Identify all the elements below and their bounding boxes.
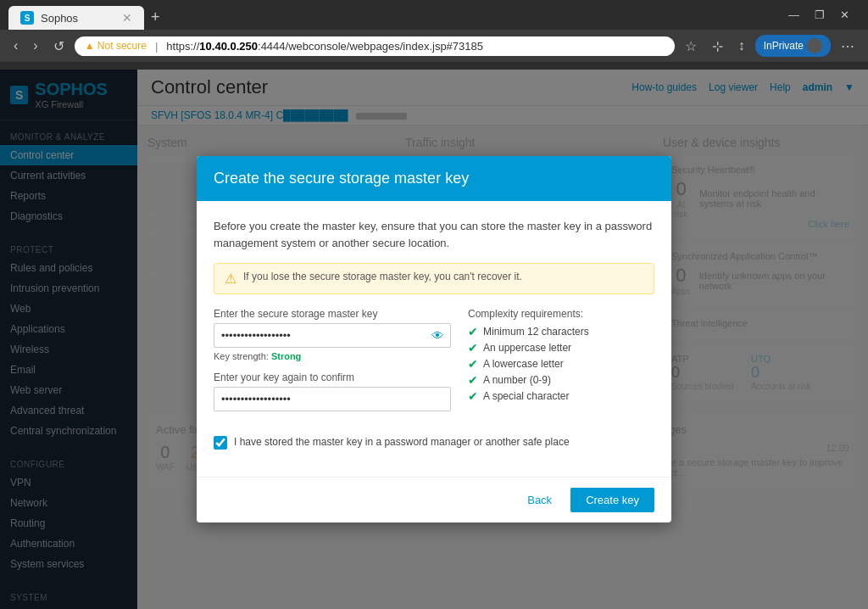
check-icon-lower: ✔ (468, 357, 478, 371)
create-key-button[interactable]: Create key (570, 488, 654, 512)
master-key-input-wrap: 👁 (214, 323, 451, 348)
tab-close-button[interactable]: ✕ (122, 11, 132, 25)
back-button[interactable]: Back (517, 488, 562, 512)
modal-description: Before you create the master key, ensure… (214, 218, 654, 251)
address-text: https://10.40.0.250:4444/webconsole/webp… (166, 40, 483, 53)
check-icon-min: ✔ (468, 325, 478, 338)
check-icon-special: ✔ (468, 389, 478, 403)
bookmark-icon[interactable]: ☆ (680, 36, 702, 57)
confirm-key-input[interactable] (214, 387, 451, 411)
key-strength-indicator: Key strength: Strong (214, 351, 451, 361)
master-key-field: Enter the secure storage master key 👁 Ke… (214, 308, 451, 361)
complexity-requirements: Complexity requirements: ✔ Minimum 12 ch… (468, 308, 589, 422)
window-restore-button[interactable]: ❐ (808, 7, 832, 23)
inprivate-button[interactable]: InPrivate (755, 35, 831, 57)
modal-header: Create the secure storage master key (197, 156, 671, 201)
stored-checkbox-label[interactable]: I have stored the master key in a passwo… (234, 435, 570, 450)
req-uppercase: ✔ An uppercase letter (468, 341, 589, 355)
back-button[interactable]: ‹ (8, 36, 23, 56)
req-min-chars: ✔ Minimum 12 characters (468, 325, 589, 338)
confirm-key-field: Enter your key again to confirm (214, 372, 451, 411)
address-bar[interactable]: ▲ Not secure | https://10.40.0.250:4444/… (75, 36, 675, 56)
tab-favicon: S (20, 11, 34, 25)
form-and-requirements: Enter the secure storage master key 👁 Ke… (214, 308, 654, 422)
security-warning-icon: ▲ Not secure (85, 40, 147, 52)
modal-body: Before you create the master key, ensure… (197, 201, 671, 477)
master-key-input[interactable] (214, 323, 451, 348)
active-tab[interactable]: S Sophos ✕ (8, 6, 144, 30)
browser-menu-button[interactable]: ⋯ (836, 36, 860, 57)
req-number: ✔ A number (0-9) (468, 373, 589, 387)
confirm-key-label: Enter your key again to confirm (214, 372, 451, 383)
complexity-title: Complexity requirements: (468, 308, 589, 320)
modal-title: Create the secure storage master key (214, 170, 469, 187)
req-special: ✔ A special character (468, 389, 589, 403)
modal-dialog: Create the secure storage master key Bef… (197, 156, 671, 522)
tab-title: Sophos (41, 12, 78, 25)
window-close-button[interactable]: ✕ (833, 7, 856, 23)
modal-overlay: Create the secure storage master key Bef… (0, 70, 868, 609)
forward-button[interactable]: › (28, 36, 42, 56)
avatar (807, 38, 822, 53)
refresh-button[interactable]: ↺ (48, 36, 70, 57)
stored-checkbox[interactable] (214, 436, 227, 450)
check-icon-number: ✔ (468, 373, 478, 387)
warning-text: If you lose the secure storage master ke… (243, 271, 522, 282)
profile-sync-icon[interactable]: ↕ (733, 36, 750, 56)
master-key-label: Enter the secure storage master key (214, 308, 451, 320)
modal-footer: Back Create key (197, 477, 671, 522)
req-lowercase: ✔ A lowercase letter (468, 357, 589, 371)
warning-box: ⚠ If you lose the secure storage master … (214, 263, 654, 294)
collections-icon[interactable]: ⊹ (707, 36, 728, 57)
form-fields: Enter the secure storage master key 👁 Ke… (214, 308, 451, 422)
warning-triangle-icon: ⚠ (225, 271, 236, 287)
check-icon-upper: ✔ (468, 341, 478, 355)
new-tab-button[interactable]: + (144, 5, 167, 30)
confirm-key-input-wrap (214, 387, 451, 411)
show-password-icon[interactable]: 👁 (431, 328, 444, 343)
stored-confirmation-row: I have stored the master key in a passwo… (214, 435, 654, 450)
window-minimize-button[interactable]: — (782, 7, 806, 23)
